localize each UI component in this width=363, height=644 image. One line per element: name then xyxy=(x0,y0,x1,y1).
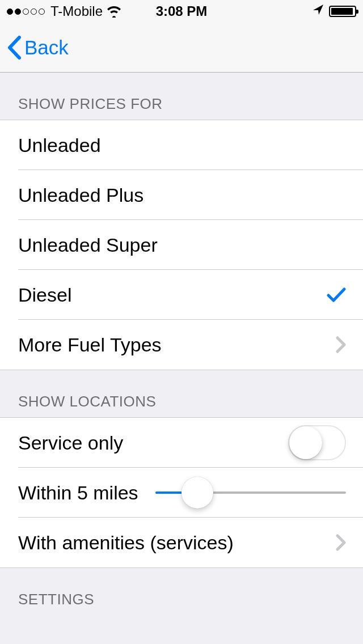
more-fuel-types-row[interactable]: More Fuel Types xyxy=(0,320,363,370)
amenities-row[interactable]: With amenities (services) xyxy=(0,518,363,567)
service-only-toggle[interactable] xyxy=(288,425,346,460)
distance-label: Within 5 miles xyxy=(18,482,138,504)
section-header-settings: SETTINGS xyxy=(0,568,363,615)
checkmark-icon xyxy=(327,287,346,303)
distance-row: Within 5 miles xyxy=(0,468,363,518)
signal-strength-icon xyxy=(7,9,45,15)
status-right xyxy=(312,3,356,19)
fuel-label: Unleaded xyxy=(18,134,101,156)
wifi-icon xyxy=(106,5,122,18)
amenities-label: With amenities (services) xyxy=(18,532,234,554)
nav-bar: Back xyxy=(0,23,363,73)
status-bar: T-Mobile 3:08 PM xyxy=(0,0,363,23)
fuel-label: Unleaded Super xyxy=(18,234,158,256)
fuel-option-unleaded-plus[interactable]: Unleaded Plus xyxy=(0,170,363,220)
section-header-locations: SHOW LOCATIONS xyxy=(0,370,363,417)
fuel-label: Diesel xyxy=(18,284,71,306)
slider-thumb[interactable] xyxy=(182,477,213,509)
chevron-left-icon xyxy=(7,36,21,60)
more-fuel-label: More Fuel Types xyxy=(18,334,162,356)
toggle-knob xyxy=(289,426,322,459)
status-time: 3:08 PM xyxy=(156,3,208,19)
carrier-label: T-Mobile xyxy=(50,3,103,19)
status-left: T-Mobile xyxy=(7,3,122,19)
chevron-right-icon xyxy=(336,336,346,353)
service-only-row: Service only xyxy=(0,418,363,468)
distance-slider[interactable] xyxy=(155,476,346,510)
fuel-option-unleaded[interactable]: Unleaded xyxy=(0,120,363,170)
service-only-label: Service only xyxy=(18,432,123,454)
fuel-option-diesel[interactable]: Diesel xyxy=(0,270,363,320)
section-header-prices: SHOW PRICES FOR xyxy=(0,73,363,120)
fuel-option-unleaded-super[interactable]: Unleaded Super xyxy=(0,220,363,270)
chevron-right-icon xyxy=(336,534,346,551)
location-icon xyxy=(312,3,324,19)
battery-icon xyxy=(329,6,356,17)
back-button[interactable]: Back xyxy=(7,36,69,60)
prices-list: Unleaded Unleaded Plus Unleaded Super Di… xyxy=(0,120,363,370)
fuel-label: Unleaded Plus xyxy=(18,184,143,206)
back-label: Back xyxy=(24,36,69,59)
locations-list: Service only Within 5 miles With ameniti… xyxy=(0,417,363,568)
